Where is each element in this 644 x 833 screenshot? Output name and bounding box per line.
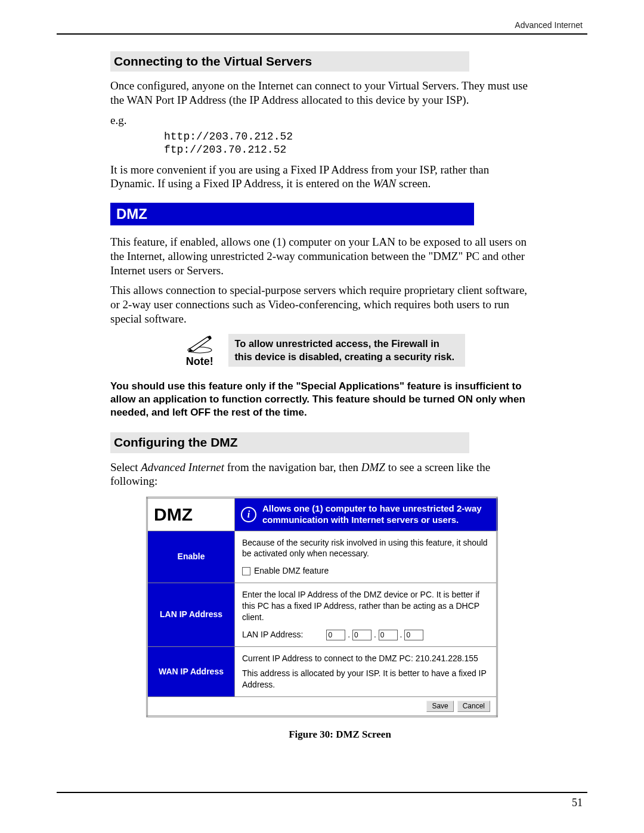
paragraph: Once configured, anyone on the Internet … bbox=[110, 79, 534, 107]
form-button-row: Save Cancel bbox=[147, 696, 497, 716]
paragraph: This allows connection to special-purpos… bbox=[110, 283, 534, 326]
enable-dmz-checkbox[interactable] bbox=[242, 567, 250, 575]
lan-ip-field-label: LAN IP Address: bbox=[242, 630, 303, 639]
wan-current-ip: Current IP Address to connect to the DMZ… bbox=[242, 653, 489, 664]
heading-connecting-virtual-servers: Connecting to the Virtual Servers bbox=[110, 51, 469, 72]
info-icon: i bbox=[241, 507, 256, 522]
lan-ip-octet-3[interactable]: 0 bbox=[379, 630, 398, 640]
lan-description: Enter the local IP Address of the DMZ de… bbox=[242, 589, 489, 623]
wan-note: This address is allocated by your ISP. I… bbox=[242, 668, 489, 690]
header-label: Advanced Internet bbox=[57, 18, 587, 33]
form-title: DMZ bbox=[147, 498, 235, 531]
save-button[interactable]: Save bbox=[426, 701, 453, 712]
enable-dmz-checkbox-label: Enable DMZ feature bbox=[254, 566, 329, 575]
cancel-button[interactable]: Cancel bbox=[457, 701, 490, 712]
header-divider bbox=[57, 33, 587, 35]
code-example: http://203.70.212.52 ftp://203.70.212.52 bbox=[164, 130, 534, 157]
row-content-lan-ip: Enter the local IP Address of the DMZ de… bbox=[235, 583, 497, 647]
warning-paragraph: You should use this feature only if the … bbox=[110, 380, 534, 419]
lan-ip-octet-2[interactable]: 0 bbox=[352, 630, 371, 640]
note-icon: Note! bbox=[179, 333, 220, 368]
enable-description: Because of the security risk involved in… bbox=[242, 537, 489, 560]
lan-ip-octet-4[interactable]: 0 bbox=[404, 630, 423, 640]
eg-label: e.g. bbox=[110, 113, 534, 128]
note-callout: Note! To allow unrestricted access, the … bbox=[179, 333, 465, 368]
note-text: To allow unrestricted access, the Firewa… bbox=[228, 334, 465, 367]
form-description-cell: i Allows one (1) computer to have unrest… bbox=[235, 498, 497, 531]
row-label-lan-ip: LAN IP Address bbox=[147, 583, 235, 647]
heading-dmz: DMZ bbox=[110, 203, 474, 225]
dmz-form-table: DMZ i Allows one (1) computer to have un… bbox=[146, 497, 498, 717]
heading-configuring-dmz: Configuring the DMZ bbox=[110, 432, 469, 453]
paragraph: It is more convenient if you are using a… bbox=[110, 163, 534, 191]
lan-ip-octet-1[interactable]: 0 bbox=[326, 630, 345, 640]
figure-caption: Figure 30: DMZ Screen bbox=[146, 728, 534, 741]
row-content-enable: Because of the security risk involved in… bbox=[235, 531, 497, 583]
paragraph: This feature, if enabled, allows one (1)… bbox=[110, 235, 534, 277]
note-label: Note! bbox=[179, 355, 220, 368]
row-label-enable: Enable bbox=[147, 531, 235, 583]
form-description: Allows one (1) computer to have unrestri… bbox=[262, 503, 490, 526]
page-number: 51 bbox=[57, 793, 587, 809]
instruction-paragraph: Select Advanced Internet from the naviga… bbox=[110, 460, 534, 489]
row-content-wan-ip: Current IP Address to connect to the DMZ… bbox=[235, 647, 497, 697]
row-label-wan-ip: WAN IP Address bbox=[147, 647, 235, 697]
